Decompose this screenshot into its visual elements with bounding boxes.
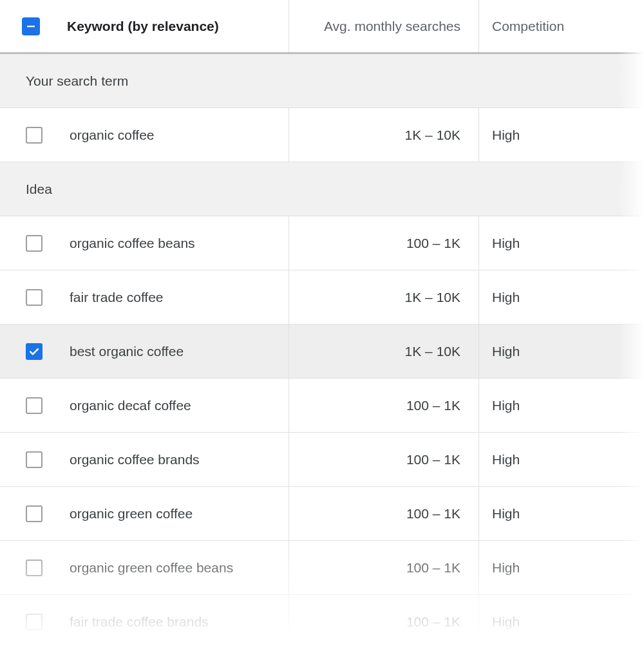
keyword-text: fair trade coffee brands <box>70 614 209 630</box>
column-header-searches-label: Avg. monthly searches <box>324 19 460 34</box>
competition-cell: High <box>478 324 644 378</box>
row-checkbox[interactable] <box>26 451 43 468</box>
competition-text: High <box>492 398 520 413</box>
competition-text: High <box>492 452 520 467</box>
competition-text: High <box>492 236 520 251</box>
keyword-text: organic decaf coffee <box>70 398 191 413</box>
keyword-table: Keyword (by relevance) Avg. monthly sear… <box>0 0 644 649</box>
row-checkbox[interactable] <box>26 505 43 522</box>
competition-cell: High <box>478 487 644 540</box>
keyword-text: organic green coffee beans <box>70 560 233 576</box>
svg-rect-0 <box>27 25 35 26</box>
searches-text: 100 – 1K <box>406 560 460 576</box>
select-all-checkbox[interactable] <box>22 17 40 35</box>
table-row[interactable]: organic coffee beans100 – 1KHigh <box>0 216 644 270</box>
keyword-text: organic coffee brands <box>70 452 200 467</box>
searches-cell: 100 – 1K <box>289 433 478 486</box>
column-header-searches[interactable]: Avg. monthly searches <box>289 0 478 52</box>
keyword-cell: fair trade coffee brands <box>0 595 289 648</box>
keyword-cell: organic coffee <box>0 108 289 162</box>
check-icon <box>28 345 41 358</box>
table-row[interactable]: fair trade coffee brands100 – 1KHigh <box>0 595 644 649</box>
searches-text: 1K – 10K <box>405 344 460 359</box>
searches-text: 1K – 10K <box>405 290 460 305</box>
table-row[interactable]: fair trade coffee1K – 10KHigh <box>0 270 644 324</box>
column-header-keyword[interactable]: Keyword (by relevance) <box>0 0 289 52</box>
keyword-cell: best organic coffee <box>0 324 289 378</box>
keyword-cell: organic decaf coffee <box>0 379 289 432</box>
table-row[interactable]: organic decaf coffee100 – 1KHigh <box>0 379 644 433</box>
section-header: Your search term <box>0 54 644 108</box>
row-checkbox[interactable] <box>26 127 43 144</box>
searches-cell: 100 – 1K <box>289 379 478 432</box>
searches-text: 100 – 1K <box>406 398 460 413</box>
table-row[interactable]: organic coffee brands100 – 1KHigh <box>0 433 644 487</box>
keyword-text: organic green coffee <box>70 506 193 522</box>
competition-text: High <box>492 344 520 359</box>
column-header-competition-label: Competition <box>492 19 564 34</box>
keyword-cell: organic green coffee beans <box>0 541 289 594</box>
competition-cell: High <box>478 433 644 486</box>
column-header-keyword-label: Keyword (by relevance) <box>67 19 219 34</box>
competition-cell: High <box>478 108 644 162</box>
table-row[interactable]: organic green coffee beans100 – 1KHigh <box>0 541 644 595</box>
row-checkbox[interactable] <box>26 560 43 576</box>
searches-cell: 100 – 1K <box>289 541 478 594</box>
competition-text: High <box>492 127 520 143</box>
searches-text: 1K – 10K <box>405 127 460 143</box>
keyword-text: organic coffee beans <box>70 236 195 251</box>
searches-cell: 100 – 1K <box>289 487 478 540</box>
competition-cell: High <box>478 270 644 324</box>
competition-text: High <box>492 560 520 576</box>
column-header-competition[interactable]: Competition <box>478 0 644 52</box>
competition-cell: High <box>478 595 644 648</box>
searches-cell: 100 – 1K <box>289 595 478 648</box>
competition-text: High <box>492 614 520 630</box>
keyword-cell: organic coffee brands <box>0 433 289 486</box>
keyword-text: fair trade coffee <box>70 290 164 305</box>
competition-text: High <box>492 290 520 305</box>
competition-cell: High <box>478 541 644 594</box>
row-checkbox[interactable] <box>26 614 43 630</box>
searches-text: 100 – 1K <box>406 236 460 251</box>
keyword-text: organic coffee <box>70 127 155 143</box>
keyword-cell: fair trade coffee <box>0 270 289 324</box>
minus-icon <box>25 21 37 32</box>
section-header: Idea <box>0 162 644 216</box>
searches-text: 100 – 1K <box>406 614 460 630</box>
row-checkbox[interactable] <box>26 343 43 360</box>
searches-cell: 1K – 10K <box>289 324 478 378</box>
searches-text: 100 – 1K <box>406 506 460 522</box>
table-row[interactable]: best organic coffee1K – 10KHigh <box>0 324 644 379</box>
table-header-row: Keyword (by relevance) Avg. monthly sear… <box>0 0 644 54</box>
row-checkbox[interactable] <box>26 397 43 414</box>
searches-text: 100 – 1K <box>406 452 460 467</box>
keyword-cell: organic coffee beans <box>0 216 289 270</box>
keyword-text: best organic coffee <box>70 344 184 359</box>
row-checkbox[interactable] <box>26 289 43 306</box>
keyword-cell: organic green coffee <box>0 487 289 540</box>
competition-cell: High <box>478 216 644 270</box>
row-checkbox[interactable] <box>26 235 43 252</box>
competition-cell: High <box>478 379 644 432</box>
table-row[interactable]: organic coffee1K – 10KHigh <box>0 108 644 162</box>
table-row[interactable]: organic green coffee100 – 1KHigh <box>0 487 644 541</box>
competition-text: High <box>492 506 520 522</box>
searches-cell: 1K – 10K <box>289 270 478 324</box>
searches-cell: 100 – 1K <box>289 216 478 270</box>
searches-cell: 1K – 10K <box>289 108 478 162</box>
